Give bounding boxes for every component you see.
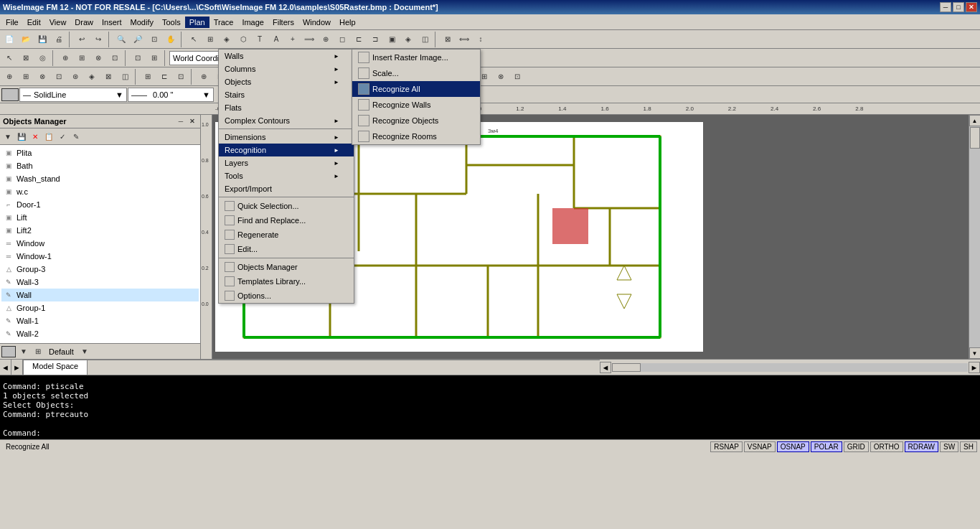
sw-button[interactable]: SW	[940, 441, 958, 452]
more19[interactable]: ⊗	[493, 69, 509, 85]
tool13[interactable]: ◈	[400, 32, 416, 47]
menu-filters[interactable]: Filters	[268, 17, 298, 28]
vsnap-button[interactable]: VSNAP	[744, 441, 776, 452]
list-item-wash-stand[interactable]: ▣ Wash_stand	[1, 172, 199, 185]
more1[interactable]: ⊕	[196, 69, 212, 85]
plan-menu-edit[interactable]: Edit...	[219, 242, 354, 256]
submenu-recognize-rooms[interactable]: Recognize Rooms	[352, 128, 480, 144]
plan-menu-tools[interactable]: Tools►	[219, 169, 354, 182]
list-item-lift[interactable]: ▣ Lift	[1, 211, 199, 224]
plan-menu-recognition[interactable]: Recognition►	[219, 144, 354, 156]
submenu-recognize-all[interactable]: Recognize All	[352, 81, 480, 97]
plan-menu-layers[interactable]: Layers►	[219, 156, 354, 169]
snap1[interactable]: ⊕	[57, 50, 73, 66]
horizontal-scrollbar[interactable]: ◄ ►	[600, 360, 980, 375]
scroll-up-button[interactable]: ▲	[969, 115, 981, 126]
obj-snap2[interactable]: ⊞	[18, 69, 34, 85]
plan-menu-columns[interactable]: Columns►	[219, 62, 354, 75]
layer-color[interactable]	[1, 88, 19, 101]
polar-button[interactable]: POLAR	[811, 441, 842, 452]
snap3[interactable]: ⊗	[90, 50, 106, 66]
obj-snap3[interactable]: ⊗	[34, 69, 50, 85]
om-close[interactable]: ✕	[187, 116, 197, 126]
menu-help[interactable]: Help	[335, 17, 360, 28]
list-item-group1[interactable]: △ Group-1	[1, 301, 199, 314]
menu-tools[interactable]: Tools	[158, 17, 185, 28]
list-item-lift2[interactable]: ▣ Lift2	[1, 224, 199, 237]
list-item-bath[interactable]: ▣ Bath	[1, 159, 199, 172]
plan-menu-complex[interactable]: Complex Contours►	[219, 114, 354, 127]
list-item-wall[interactable]: ✎ Wall	[1, 289, 199, 301]
save-button[interactable]: 💾	[34, 32, 50, 47]
tool11[interactable]: ⊐	[367, 32, 383, 47]
menu-file[interactable]: File	[1, 17, 23, 28]
close-button[interactable]: ✕	[966, 2, 977, 12]
ortho-button[interactable]: ORTHO	[870, 441, 903, 452]
menu-plan[interactable]: Plan	[185, 17, 209, 28]
list-item-window1[interactable]: ═ Window-1	[1, 250, 199, 263]
tool6[interactable]: +	[285, 32, 301, 47]
menu-draw[interactable]: Draw	[70, 17, 98, 28]
tool14[interactable]: ◫	[417, 32, 433, 47]
obj-snap6[interactable]: ◈	[84, 69, 100, 85]
select2-button[interactable]: ↖	[1, 50, 17, 66]
tool17[interactable]: ↕	[473, 32, 489, 47]
vertical-scrollbar[interactable]: ▲ ▼	[969, 115, 980, 359]
tool7[interactable]: ⟹	[301, 32, 317, 47]
tool2[interactable]: ◈	[219, 32, 235, 47]
list-item-door1[interactable]: ⌐ Door-1	[1, 198, 199, 211]
plan-menu-dimensions[interactable]: Dimensions►	[219, 131, 354, 144]
hscroll-thumb[interactable]	[612, 363, 641, 372]
list-item-group3[interactable]: △ Group-3	[1, 263, 199, 276]
submenu-scale[interactable]: Scale...	[352, 65, 480, 81]
zoom-out-button[interactable]: 🔎	[130, 32, 146, 47]
plan-menu-regenerate[interactable]: Regenerate	[219, 228, 354, 242]
redo-button[interactable]: ↪	[90, 32, 106, 47]
coord2[interactable]: ⊞	[146, 50, 162, 66]
restore-button[interactable]: □	[953, 2, 964, 12]
layers-btn[interactable]: ⊞	[32, 345, 44, 358]
minimize-button[interactable]: ─	[940, 2, 951, 12]
default-arrow[interactable]: ▼	[78, 345, 91, 358]
plan-menu-flats[interactable]: Flats	[219, 101, 354, 114]
submenu-insert-raster[interactable]: Insert Raster Image...	[352, 50, 480, 65]
zoom-fit-button[interactable]: ⊡	[146, 32, 162, 47]
om-props[interactable]: 📋	[42, 130, 55, 143]
new-button[interactable]: 📄	[1, 32, 17, 47]
plan-menu-options[interactable]: Options...	[219, 289, 354, 303]
plan-menu-objects[interactable]: Objects►	[219, 75, 354, 88]
tool10[interactable]: ⊏	[351, 32, 367, 47]
dim3[interactable]: ⊡	[173, 69, 189, 85]
list-item-wc[interactable]: ▣ w.c	[1, 185, 199, 198]
rdraw-button[interactable]: RDRAW	[905, 441, 938, 452]
om-check[interactable]: ✓	[56, 130, 69, 143]
linestyle-dropdown[interactable]: — SolidLine ▼	[19, 88, 127, 102]
list-item-window[interactable]: ═ Window	[1, 237, 199, 250]
om-add[interactable]: ▼	[1, 130, 14, 143]
tool5[interactable]: A	[268, 32, 284, 47]
submenu-recognize-objects[interactable]: Recognize Objects	[352, 113, 480, 128]
rsnap-button[interactable]: RSNAP	[710, 441, 742, 452]
om-delete[interactable]: ✕	[29, 130, 42, 143]
menu-trace[interactable]: Trace	[209, 17, 238, 28]
tool9[interactable]: ◻	[334, 32, 350, 47]
list-item-plita[interactable]: ▣ Plita	[1, 146, 199, 159]
tool8[interactable]: ⊕	[318, 32, 334, 47]
om-save[interactable]: 💾	[15, 130, 28, 143]
tool3[interactable]: ⬡	[235, 32, 251, 47]
hscroll-left[interactable]: ◄	[600, 362, 611, 373]
cross-select[interactable]: ⊠	[18, 50, 34, 66]
tool12[interactable]: ▣	[384, 32, 400, 47]
open-button[interactable]: 📂	[18, 32, 34, 47]
lasso-select[interactable]: ◎	[34, 50, 50, 66]
tool16[interactable]: ⟺	[456, 32, 472, 47]
pan-button[interactable]: ✋	[163, 32, 179, 47]
plan-menu-export[interactable]: Export/Import	[219, 182, 354, 195]
menu-modify[interactable]: Modify	[126, 17, 158, 28]
undo-button[interactable]: ↩	[74, 32, 90, 47]
hscroll-right[interactable]: ►	[969, 362, 980, 373]
sh-button[interactable]: SH	[960, 441, 977, 452]
plan-menu-quick-selection[interactable]: Quick Selection...	[219, 199, 354, 213]
obj-snap4[interactable]: ⊡	[51, 69, 67, 85]
obj-snap8[interactable]: ◫	[117, 69, 133, 85]
